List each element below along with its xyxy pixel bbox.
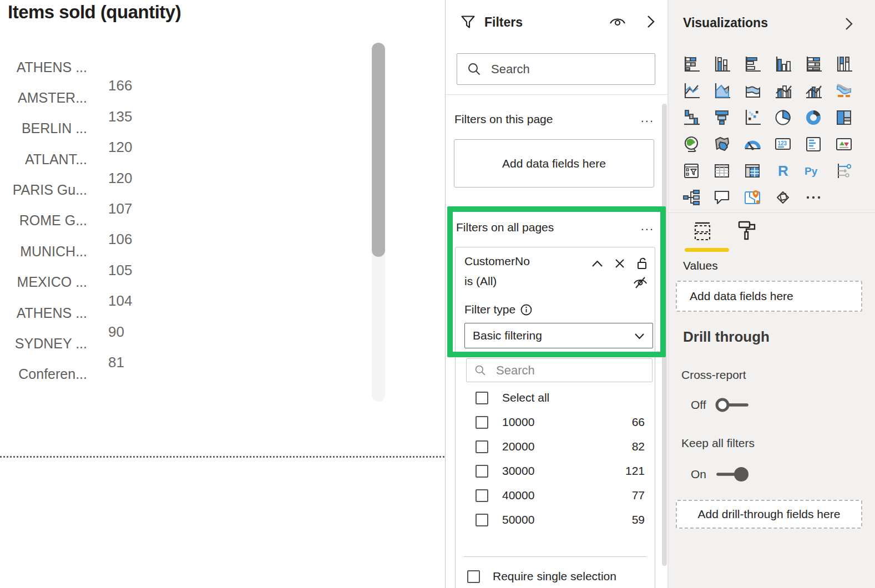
r-script-visual-icon[interactable]: R (773, 161, 792, 180)
line-and-clustered-column-chart-icon[interactable] (804, 82, 823, 100)
table-icon[interactable] (712, 161, 731, 180)
bar-value-label: 166 (108, 77, 132, 94)
checkbox[interactable] (476, 392, 488, 404)
area-chart-icon[interactable] (712, 82, 731, 100)
stacked-bar-chart-icon[interactable] (682, 55, 701, 74)
bar-row: SYDNEY ...90 (8, 332, 363, 356)
values-field-well[interactable]: Add data fields here (676, 281, 862, 312)
matrix-icon[interactable] (743, 161, 762, 180)
eye-slash-icon[interactable] (633, 276, 648, 289)
multi-row-card-icon[interactable] (804, 135, 823, 154)
remove-filter-close-icon[interactable] (615, 258, 625, 268)
keep-all-filters-toggle-row: On (691, 464, 751, 484)
more-options-icon[interactable] (804, 188, 823, 207)
cross-report-state: Off (691, 398, 706, 412)
filter-option-count: 66 (632, 415, 645, 429)
info-icon[interactable] (520, 304, 532, 316)
bar-value-label: 180 (68, 47, 92, 64)
line-and-stacked-column-chart-icon[interactable] (773, 82, 792, 100)
decomposition-tree-icon[interactable] (682, 188, 701, 207)
kpi-icon[interactable] (834, 135, 853, 154)
category-label: SYDNEY ... (8, 336, 87, 352)
power-apps-visual-icon[interactable] (773, 188, 792, 207)
checkbox[interactable] (476, 440, 488, 453)
bar-row: ROME G...107 (8, 209, 363, 233)
filter-option-label: Select all (502, 391, 549, 404)
filter-option-row: 30000121 (456, 459, 655, 483)
filter-values-search-input[interactable] (496, 363, 629, 378)
bar-value-label: 107 (108, 200, 132, 217)
bar-value-label: 135 (108, 108, 132, 125)
checkbox[interactable] (476, 514, 488, 526)
map-icon[interactable] (682, 135, 701, 154)
unlocked-lock-icon[interactable] (636, 257, 648, 270)
svg-text:Py: Py (805, 165, 818, 177)
filter-option-label: 40000 (502, 489, 534, 502)
require-single-selection-checkbox[interactable] (467, 570, 480, 583)
bar-row: ATHENS ...104 (8, 301, 363, 325)
filter-option-label: 10000 (502, 415, 534, 429)
filters-pane-title: Filters (484, 15, 523, 30)
gauge-icon[interactable] (743, 135, 762, 154)
keep-all-filters-toggle[interactable] (714, 464, 751, 484)
chart-scrollbar-thumb[interactable] (372, 43, 385, 257)
slicer-icon[interactable] (682, 161, 701, 180)
ribbon-chart-icon[interactable] (834, 82, 853, 100)
category-label: AMSTER... (8, 90, 87, 106)
checkbox[interactable] (476, 465, 488, 478)
filters-scrollbar-thumb[interactable] (662, 104, 667, 566)
funnel-chart-icon[interactable] (712, 108, 731, 127)
collapse-pane-chevron-icon[interactable] (646, 14, 656, 29)
card-icon[interactable]: 123 (773, 135, 792, 154)
filter-option-count: 82 (632, 440, 645, 453)
tab-format[interactable] (736, 220, 758, 244)
python-visual-icon[interactable]: Py (804, 161, 823, 180)
page-boundary-divider (0, 456, 444, 458)
filter-values-search-box[interactable] (466, 358, 653, 382)
cross-report-toggle[interactable] (714, 395, 751, 415)
checkbox[interactable] (476, 416, 488, 429)
arcgis-map-icon[interactable] (743, 188, 762, 207)
this-page-more-options-icon[interactable]: ... (641, 114, 654, 122)
treemap-icon[interactable] (834, 108, 853, 127)
filters-search-input[interactable] (491, 62, 624, 77)
clustered-column-chart-icon[interactable] (773, 55, 792, 74)
hundred-percent-stacked-bar-chart-icon[interactable] (804, 55, 823, 74)
filters-search-box[interactable] (457, 53, 655, 85)
pie-chart-icon[interactable] (773, 108, 792, 127)
bar-row: BERLIN ...135 (8, 116, 363, 141)
eye-icon[interactable] (609, 16, 626, 28)
filled-map-icon[interactable] (712, 135, 731, 154)
this-page-field-well[interactable]: Add data fields here (454, 139, 654, 187)
all-pages-more-options-icon[interactable]: ... (641, 222, 654, 230)
qna-icon[interactable] (712, 188, 731, 207)
hundred-percent-stacked-column-chart-icon[interactable] (834, 55, 853, 74)
category-label: MEXICO ... (8, 274, 87, 290)
stacked-column-chart-icon[interactable] (712, 55, 731, 74)
divider (446, 94, 667, 95)
line-chart-icon[interactable] (682, 82, 701, 100)
chart-scrollbar-track[interactable] (372, 43, 385, 402)
stacked-area-chart-icon[interactable] (743, 82, 762, 100)
tab-fields[interactable] (691, 220, 714, 244)
active-tab-indicator (685, 248, 729, 252)
filter-option-row: 5000059 (456, 508, 655, 532)
donut-chart-icon[interactable] (804, 108, 823, 127)
filter-option-row: 1000066 (456, 410, 655, 434)
waterfall-chart-icon[interactable] (682, 108, 701, 127)
drill-through-field-well[interactable]: Add drill-through fields here (676, 500, 862, 529)
bar-plot-area: 120 (100, 178, 363, 202)
category-label: ROME G... (8, 212, 87, 229)
filter-type-dropdown[interactable]: Basic filtering (464, 323, 653, 348)
keep-all-filters-state: On (691, 468, 706, 481)
checkbox[interactable] (476, 489, 488, 502)
filter-card-customerno: CustomerNo is (All) Filter type (455, 247, 655, 588)
key-influencers-icon[interactable] (834, 161, 853, 180)
filter-type-label: Filter type (464, 303, 532, 316)
bar-value-label: 81 (108, 353, 124, 371)
bar-row: ATLANT...120 (8, 147, 363, 171)
collapse-pane-chevron-icon[interactable] (844, 17, 854, 31)
clustered-bar-chart-icon[interactable] (743, 55, 762, 74)
scatter-chart-icon[interactable] (743, 108, 762, 127)
collapse-filter-chevron-up-icon[interactable] (591, 260, 603, 267)
